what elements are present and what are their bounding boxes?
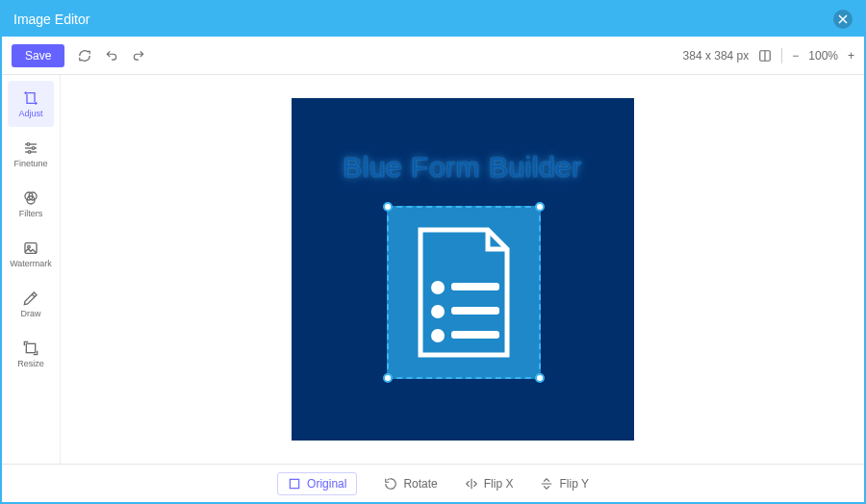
tool-label: Watermark xyxy=(10,259,52,268)
tool-label: Draw xyxy=(20,309,40,318)
svg-point-5 xyxy=(27,142,30,145)
crop-icon xyxy=(23,90,38,106)
zoom-label: 100% xyxy=(808,49,838,63)
svg-point-12 xyxy=(28,245,31,248)
close-icon xyxy=(838,14,848,24)
tool-label: Finetune xyxy=(13,159,47,168)
close-button[interactable] xyxy=(833,10,853,29)
tool-label: Adjust xyxy=(18,109,42,118)
zoom-out-button[interactable]: − xyxy=(792,49,799,63)
canvas-area[interactable]: Blue Form Builder xyxy=(60,75,864,464)
rotate-button[interactable]: Rotate xyxy=(384,477,437,491)
flipx-button[interactable]: Flip X xyxy=(465,477,514,491)
sidebar: Adjust Finetune Filters Watermark Draw R… xyxy=(2,75,60,464)
sliders-icon xyxy=(23,140,38,156)
square-icon xyxy=(288,477,301,491)
refresh-button[interactable] xyxy=(78,49,91,63)
flipy-button[interactable]: Flip Y xyxy=(540,477,588,491)
svg-rect-15 xyxy=(451,283,499,290)
tool-resize[interactable]: Resize xyxy=(8,331,54,377)
svg-rect-19 xyxy=(451,331,499,339)
flipy-label: Flip Y xyxy=(559,477,588,491)
filters-icon xyxy=(23,190,38,206)
undo-icon xyxy=(105,49,118,63)
rotate-label: Rotate xyxy=(403,477,437,491)
tool-watermark[interactable]: Watermark xyxy=(8,231,54,277)
app-title: Image Editor xyxy=(13,12,89,27)
svg-rect-20 xyxy=(290,479,298,488)
svg-rect-13 xyxy=(26,343,35,352)
zoom-in-button[interactable]: + xyxy=(848,49,854,63)
titlebar: Image Editor xyxy=(2,2,864,37)
flipx-icon xyxy=(465,477,478,491)
tool-label: Filters xyxy=(19,209,43,218)
columns-icon xyxy=(758,49,772,63)
toolbar-right: 384 x 384 px − 100% + xyxy=(683,48,854,63)
divider xyxy=(781,48,782,63)
canvas-heading: Blue Form Builder xyxy=(343,151,582,184)
tool-filters[interactable]: Filters xyxy=(8,181,54,227)
svg-point-6 xyxy=(32,146,35,149)
tool-label: Resize xyxy=(17,359,44,368)
bottombar: Original Rotate Flip X Flip Y xyxy=(2,464,864,502)
rotate-icon xyxy=(384,477,397,491)
svg-point-7 xyxy=(28,150,31,153)
dimensions-toggle[interactable] xyxy=(758,49,772,63)
document-icon xyxy=(411,225,517,360)
refresh-icon xyxy=(78,49,91,63)
dimensions-label: 384 x 384 px xyxy=(683,49,750,63)
tool-finetune[interactable]: Finetune xyxy=(8,131,54,177)
tool-adjust[interactable]: Adjust xyxy=(8,81,54,127)
canvas[interactable]: Blue Form Builder xyxy=(292,98,634,441)
svg-point-16 xyxy=(431,305,445,318)
crop-handle-tr[interactable] xyxy=(535,202,545,212)
crop-handle-tl[interactable] xyxy=(383,202,393,212)
resize-icon xyxy=(23,340,38,356)
pencil-icon xyxy=(23,290,38,306)
svg-point-14 xyxy=(431,281,445,294)
save-button[interactable]: Save xyxy=(12,44,64,67)
svg-point-18 xyxy=(431,329,445,342)
aspect-original[interactable]: Original xyxy=(277,472,357,495)
crop-handle-br[interactable] xyxy=(535,373,545,383)
crop-handle-bl[interactable] xyxy=(383,373,393,383)
redo-button[interactable] xyxy=(132,49,145,63)
svg-rect-17 xyxy=(451,307,499,315)
flipx-label: Flip X xyxy=(484,477,514,491)
main: Adjust Finetune Filters Watermark Draw R… xyxy=(2,75,864,464)
crop-selection[interactable] xyxy=(387,206,541,379)
flipy-icon xyxy=(540,477,553,491)
aspect-label: Original xyxy=(307,477,346,491)
toolbar: Save 384 x 384 px − 100% + xyxy=(2,37,864,75)
undo-button[interactable] xyxy=(105,49,118,63)
watermark-icon xyxy=(23,240,38,256)
toolbar-left: Save xyxy=(12,44,145,67)
redo-icon xyxy=(132,49,145,63)
tool-draw[interactable]: Draw xyxy=(8,281,54,327)
